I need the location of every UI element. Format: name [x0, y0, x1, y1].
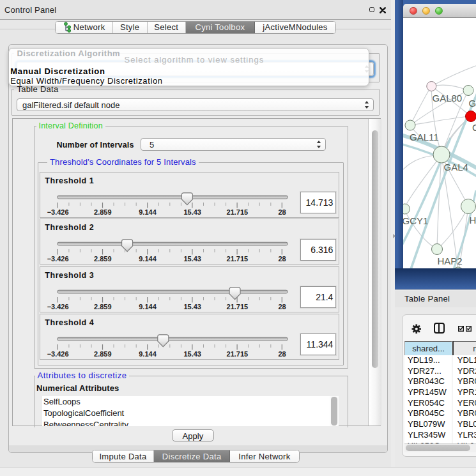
- svg-text:GAL80: GAL80: [433, 93, 463, 104]
- svg-text:GCY1: GCY1: [403, 215, 428, 226]
- svg-text:GAL4: GAL4: [444, 162, 468, 173]
- svg-text:HAP2: HAP2: [438, 256, 463, 266]
- svg-text:C: C: [472, 122, 476, 133]
- svg-text:GAL11: GAL11: [410, 132, 439, 142]
- svg-text:H: H: [470, 215, 476, 226]
- svg-text:GA: GA: [469, 98, 476, 109]
